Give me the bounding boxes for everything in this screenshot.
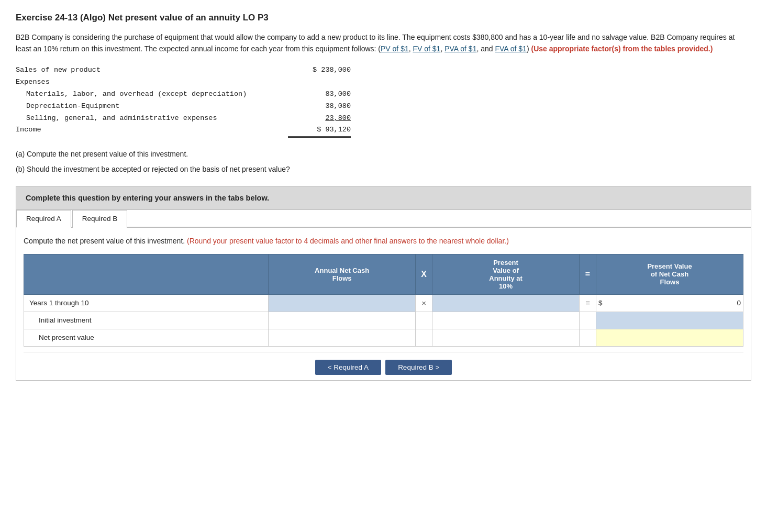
npv-x-empty xyxy=(416,329,432,346)
intro-paragraph: B2B Company is considering the purchase … xyxy=(16,31,751,55)
x-operator: × xyxy=(416,294,432,312)
pv1-link[interactable]: PV of $1 xyxy=(381,45,409,53)
tab-instruction: Compute the net present value of this in… xyxy=(24,235,743,247)
initial-investment-label: Initial investment xyxy=(24,312,269,329)
col-header-label xyxy=(24,254,269,294)
net-present-value-label: Net present value xyxy=(24,329,269,346)
years-result-cell: $ 0 xyxy=(596,294,743,312)
tab-content: Compute the net present value of this in… xyxy=(16,228,751,380)
selling-value: 23,800 xyxy=(288,113,351,125)
pva1-link[interactable]: PVA of $1 xyxy=(444,45,476,53)
pv-factor-input[interactable] xyxy=(432,295,579,312)
tabs-row: Required A Required B xyxy=(16,210,751,228)
next-button[interactable]: Required B > xyxy=(385,360,452,375)
npv-annual-empty xyxy=(269,329,416,346)
tab-instruction-red: (Round your present value factor to 4 de… xyxy=(187,237,509,245)
fva1-link[interactable]: FVA of $1 xyxy=(495,45,526,53)
income-value: $ 93,120 xyxy=(288,124,351,138)
initial-pv-empty xyxy=(432,312,580,329)
initial-annual-empty xyxy=(269,312,416,329)
sales-value: $ 238,000 xyxy=(288,64,351,76)
question-a: (a) Compute the net present value of thi… xyxy=(16,147,751,161)
depreciation-label: Depreciation-Equipment xyxy=(16,101,288,113)
calculation-table: Annual Net CashFlows X PresentValue ofAn… xyxy=(24,254,743,347)
years-label: Years 1 through 10 xyxy=(24,294,269,312)
initial-investment-input[interactable] xyxy=(596,312,743,329)
materials-value: 83,000 xyxy=(288,88,351,101)
questions-section: (a) Compute the net present value of thi… xyxy=(16,147,751,176)
initial-x-empty xyxy=(416,312,432,329)
depreciation-value: 38,080 xyxy=(288,101,351,113)
table-row-years: Years 1 through 10 × = $ 0 xyxy=(24,294,743,312)
col-header-pv: PresentValue ofAnnuity at10% xyxy=(432,254,580,294)
prev-button[interactable]: < Required A xyxy=(315,360,381,375)
col-header-eq: = xyxy=(580,254,596,294)
selling-label: Selling, general, and administrative exp… xyxy=(16,113,288,125)
nav-buttons: < Required A Required B > xyxy=(24,352,743,380)
years-result-value: 0 xyxy=(709,299,741,307)
use-factor-text: (Use appropriate factor(s) from the tabl… xyxy=(531,45,713,53)
question-b: (b) Should the investment be accepted or… xyxy=(16,162,751,176)
table-row-initial: Initial investment xyxy=(24,312,743,329)
table-row-npv: Net present value xyxy=(24,329,743,346)
col-header-x: X xyxy=(416,254,432,294)
col-header-pvnet: Present Valueof Net CashFlows xyxy=(596,254,743,294)
tab-instruction-text: Compute the net present value of this in… xyxy=(24,237,187,245)
sales-label: Sales of new product xyxy=(16,64,288,76)
tabs-container: Required A Required B Compute the net pr… xyxy=(16,210,751,381)
income-label: Income xyxy=(16,124,288,138)
income-table: Sales of new product $ 238,000 Expenses … xyxy=(16,64,751,138)
expenses-label: Expenses xyxy=(16,76,288,88)
annual-cash-flows-input-cell xyxy=(269,294,416,312)
npv-result-cell xyxy=(596,329,743,346)
npv-pv-empty xyxy=(432,329,580,346)
col-header-annual: Annual Net CashFlows xyxy=(269,254,416,294)
fv1-link[interactable]: FV of $1 xyxy=(413,45,440,53)
tab-required-a[interactable]: Required A xyxy=(16,210,71,228)
page-title: Exercise 24-13 (Algo) Net present value … xyxy=(16,13,751,23)
annual-cash-flows-input[interactable] xyxy=(269,295,415,312)
eq-operator: = xyxy=(580,294,596,312)
initial-eq-empty xyxy=(580,312,596,329)
npv-result-input[interactable] xyxy=(596,329,743,346)
pv-factor-input-cell xyxy=(432,294,580,312)
npv-eq-empty xyxy=(580,329,596,346)
instruction-box: Complete this question by entering your … xyxy=(16,186,751,210)
dollar-sign: $ xyxy=(598,299,606,307)
initial-investment-input-cell xyxy=(596,312,743,329)
tab-required-b[interactable]: Required B xyxy=(72,210,128,228)
materials-label: Materials, labor, and overhead (except d… xyxy=(16,88,288,101)
